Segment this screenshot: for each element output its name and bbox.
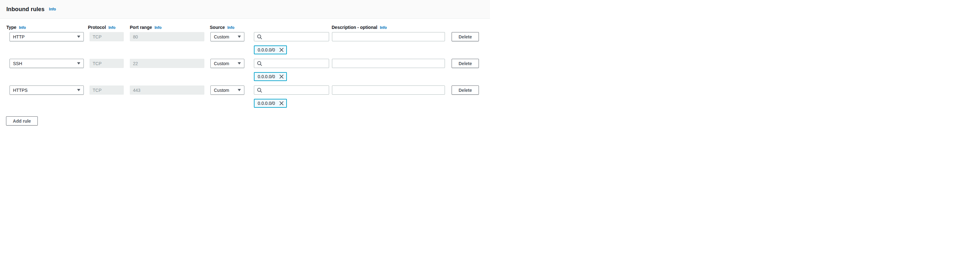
description-input[interactable]	[332, 85, 445, 95]
port-range-info-link[interactable]: Info	[154, 26, 162, 30]
close-icon[interactable]	[279, 101, 284, 106]
search-icon	[257, 61, 262, 66]
type-info-link[interactable]: Info	[19, 26, 26, 30]
search-icon	[257, 88, 262, 93]
source-search-input[interactable]	[262, 86, 329, 94]
add-rule-button[interactable]: Add rule	[6, 116, 38, 125]
column-label-description: Description - optional Info	[332, 25, 387, 30]
type-select[interactable]: HTTP	[10, 32, 84, 41]
source-info-link[interactable]: Info	[227, 26, 234, 30]
source-chip-row: 0.0.0.0/0	[0, 99, 490, 108]
chevron-down-icon	[238, 62, 241, 64]
source-search-box	[254, 59, 329, 68]
delete-button[interactable]: Delete	[452, 85, 479, 95]
section-header: Inbound rules Info	[0, 0, 490, 19]
column-headers: Type Info Protocol Info Port range Info …	[0, 25, 490, 30]
type-select-value: SSH	[13, 61, 22, 66]
chevron-down-icon	[77, 89, 80, 91]
source-select-value: Custom	[214, 34, 229, 39]
column-label-port-range: Port range Info	[130, 25, 162, 30]
protocol-field: TCP	[89, 59, 124, 68]
chevron-down-icon	[238, 35, 241, 38]
description-input[interactable]	[332, 59, 445, 68]
source-select[interactable]: Custom	[210, 32, 244, 41]
rule-fields-row: HTTP TCP 80 Custom Delete	[0, 32, 490, 41]
source-select[interactable]: Custom	[210, 85, 244, 95]
close-icon[interactable]	[279, 74, 284, 79]
source-select[interactable]: Custom	[210, 59, 244, 68]
source-chip-row: 0.0.0.0/0	[0, 45, 490, 54]
description-info-link[interactable]: Info	[380, 26, 387, 30]
chevron-down-icon	[238, 89, 241, 91]
source-select-value: Custom	[214, 88, 229, 93]
delete-button[interactable]: Delete	[452, 59, 479, 68]
inbound-rule-row: SSH TCP 22 Custom Delete	[0, 59, 490, 81]
inbound-rule-row: HTTPS TCP 443 Custom Dele	[0, 85, 490, 108]
protocol-info-link[interactable]: Info	[108, 26, 116, 30]
source-chip-value: 0.0.0.0/0	[258, 74, 275, 79]
inbound-rules-info-link[interactable]: Info	[49, 7, 56, 11]
source-search-box	[254, 85, 329, 95]
source-search-box	[254, 32, 329, 41]
search-icon	[257, 34, 262, 39]
source-chip: 0.0.0.0/0	[254, 72, 287, 81]
type-select-value: HTTPS	[13, 88, 28, 93]
type-select-value: HTTP	[13, 34, 25, 39]
page-title: Inbound rules	[6, 6, 45, 13]
column-label-type: Type Info	[6, 25, 26, 30]
rule-fields-row: SSH TCP 22 Custom Delete	[0, 59, 490, 68]
inbound-rule-row: HTTP TCP 80 Custom Delete	[0, 32, 490, 54]
port-range-field: 443	[130, 85, 204, 95]
source-select-value: Custom	[214, 61, 229, 66]
inbound-rules-list: HTTP TCP 80 Custom Delete	[0, 32, 490, 108]
column-label-source: Source Info	[210, 25, 234, 30]
source-chip-value: 0.0.0.0/0	[258, 47, 275, 53]
source-search-input[interactable]	[262, 59, 329, 68]
type-select[interactable]: HTTPS	[10, 85, 84, 95]
delete-button[interactable]: Delete	[452, 32, 479, 41]
port-range-field: 80	[130, 32, 204, 41]
column-label-protocol: Protocol Info	[88, 25, 116, 30]
close-icon[interactable]	[279, 48, 284, 52]
rule-fields-row: HTTPS TCP 443 Custom Dele	[0, 85, 490, 95]
chevron-down-icon	[77, 35, 80, 38]
chevron-down-icon	[77, 62, 80, 64]
source-chip-row: 0.0.0.0/0	[0, 72, 490, 81]
type-select[interactable]: SSH	[10, 59, 84, 68]
description-input[interactable]	[332, 32, 445, 41]
protocol-field: TCP	[89, 85, 124, 95]
port-range-field: 22	[130, 59, 204, 68]
source-search-input[interactable]	[262, 32, 329, 41]
source-chip: 0.0.0.0/0	[254, 99, 287, 108]
source-chip-value: 0.0.0.0/0	[258, 101, 275, 106]
protocol-field: TCP	[89, 32, 124, 41]
source-chip: 0.0.0.0/0	[254, 45, 287, 54]
